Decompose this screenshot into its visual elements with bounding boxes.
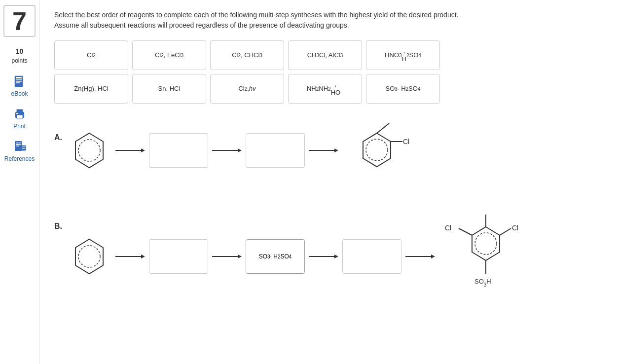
arrow-b2: [208, 252, 246, 261]
instructions: Select the best order of reagents to com…: [54, 10, 572, 31]
reaction-b-content: SO3· H2SO4: [67, 207, 528, 306]
svg-text:Cl: Cl: [512, 224, 518, 232]
arrow-a3: [305, 146, 342, 155]
svg-text:Cl: Cl: [445, 224, 451, 232]
svg-text:Cl: Cl: [403, 138, 409, 146]
svg-rect-14: [22, 146, 25, 147]
svg-marker-21: [238, 148, 242, 152]
reagents-grid: Cl2 Cl2, FeCl3 Cl2, CHCl3 CH3Cl, AlCl3 H…: [54, 40, 604, 104]
reagent-so3-h2so4[interactable]: SO3· H2SO4: [366, 74, 440, 104]
reaction-a-label: A.: [54, 133, 62, 142]
reaction-a-step1-box[interactable]: [149, 133, 208, 168]
reaction-a-product: Cl: [347, 118, 411, 182]
ebook-icon: [13, 74, 27, 88]
question-number: 7: [3, 5, 36, 37]
sidebar-item-ebook[interactable]: eBook: [11, 74, 28, 97]
reaction-b-product: Cl Cl SO3H: [444, 207, 528, 306]
reagent-sn-hcl[interactable]: Sn, HCl: [132, 74, 206, 104]
print-label: Print: [13, 123, 26, 130]
arrow-a1: [111, 146, 149, 155]
reaction-b-section: B.: [54, 207, 604, 306]
svg-marker-16: [75, 133, 103, 168]
arrow-a1-svg: [115, 146, 145, 155]
arrow-b2-svg: [212, 252, 242, 261]
benzene-a-start-svg: [67, 128, 111, 173]
svg-rect-8: [16, 113, 18, 114]
reaction-a-section: A.: [54, 118, 604, 182]
reagent-zn-hcl[interactable]: Zn(Hg), HCl: [54, 74, 128, 104]
arrow-b1: [111, 252, 149, 261]
svg-marker-36: [334, 255, 338, 258]
reaction-a-step2-box[interactable]: [246, 133, 305, 168]
arrow-a2-svg: [212, 146, 242, 155]
svg-rect-12: [16, 146, 19, 146]
arrow-a3-svg: [309, 146, 338, 155]
svg-rect-2: [16, 79, 22, 80]
svg-rect-4: [16, 82, 20, 83]
reaction-b-start: [67, 234, 111, 279]
svg-marker-32: [141, 255, 145, 258]
svg-rect-15: [22, 148, 25, 148]
print-icon: [13, 107, 27, 121]
sidebar-item-references[interactable]: References: [4, 140, 35, 162]
reagent-cl2-fecl3[interactable]: Cl2, FeCl3: [132, 40, 206, 70]
points-value: 10: [11, 47, 27, 57]
product-b-svg: Cl Cl SO3H: [444, 207, 528, 306]
instruction-line1: Select the best order of reagents to com…: [54, 10, 572, 20]
references-label: References: [4, 155, 35, 162]
svg-point-30: [78, 246, 100, 267]
arrow-b4-svg: [405, 252, 435, 261]
svg-text:SO3H: SO3H: [474, 278, 491, 288]
arrow-b3-svg: [309, 252, 338, 261]
svg-marker-19: [141, 148, 145, 152]
arrow-a2: [208, 146, 246, 155]
svg-rect-10: [16, 143, 21, 144]
reaction-b-step1-box[interactable]: [149, 239, 208, 274]
main-content: Select the best order of reagents to com…: [39, 0, 619, 364]
svg-line-26: [377, 123, 389, 133]
reaction-b-step3-box[interactable]: [342, 239, 401, 274]
instruction-line2: Assume all subsequent reactions will pro…: [54, 20, 572, 31]
svg-marker-23: [334, 148, 338, 152]
points-label: points: [11, 57, 27, 65]
reagent-cl2[interactable]: Cl2: [54, 40, 128, 70]
svg-rect-6: [17, 109, 23, 113]
product-a-svg: Cl: [347, 118, 411, 182]
reagent-hno3-h2so4[interactable]: HNO3,H2SO4: [366, 40, 440, 70]
ebook-label: eBook: [11, 90, 28, 97]
arrow-b4: [401, 252, 439, 261]
benzene-b-start-svg: [67, 234, 111, 279]
svg-marker-34: [238, 255, 242, 258]
svg-marker-39: [472, 227, 500, 260]
reagent-nh2nh2-ho[interactable]: NH2NH2,HO−: [288, 74, 362, 104]
reagent-ch3cl-alcl3[interactable]: CH3Cl, AlCl3: [288, 40, 362, 70]
svg-marker-29: [75, 239, 103, 274]
reagent-cl2-chcl3[interactable]: Cl2, CHCl3: [210, 40, 284, 70]
reagent-cl2-hv[interactable]: Cl2, hv: [210, 74, 284, 104]
references-icon: [13, 140, 27, 153]
svg-line-44: [500, 228, 511, 235]
reaction-a-content: Cl: [67, 118, 411, 182]
svg-line-42: [459, 228, 472, 235]
reaction-a-start: [67, 128, 111, 173]
svg-point-17: [78, 140, 100, 161]
arrow-b3: [305, 252, 342, 261]
sidebar-item-print[interactable]: Print: [13, 107, 27, 130]
reaction-b-step2-box[interactable]: SO3· H2SO4: [246, 239, 305, 274]
arrow-b1-svg: [115, 252, 145, 261]
svg-rect-11: [16, 144, 21, 145]
svg-rect-3: [16, 81, 22, 82]
svg-marker-38: [431, 255, 435, 258]
svg-point-40: [475, 233, 497, 255]
points-block: 10 points: [11, 47, 27, 65]
sidebar: 7 10 points eBook Print: [0, 0, 39, 364]
svg-rect-1: [16, 77, 22, 78]
svg-rect-7: [17, 115, 23, 119]
reaction-b-label: B.: [54, 222, 62, 231]
svg-marker-24: [363, 133, 391, 167]
svg-point-25: [366, 139, 388, 161]
